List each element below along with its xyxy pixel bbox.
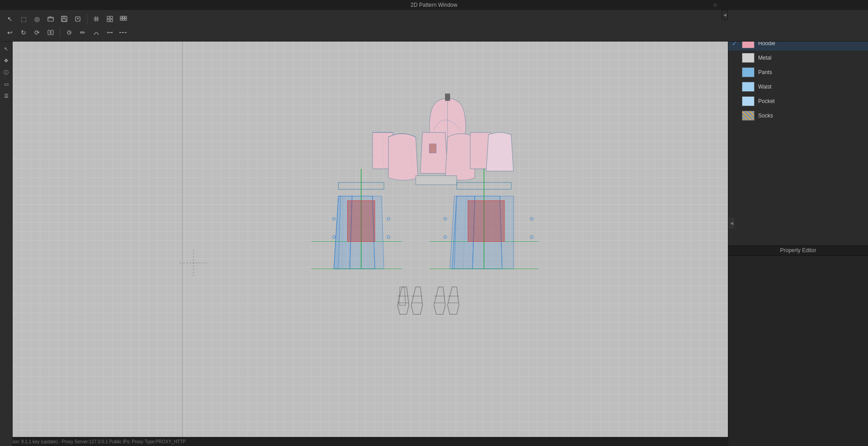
svg-rect-15 — [125, 16, 127, 18]
sidebar-select-tool[interactable]: ↖ — [1, 43, 12, 54]
socks-swatch — [742, 111, 755, 121]
open-btn[interactable] — [44, 13, 57, 25]
svg-rect-16 — [120, 19, 122, 20]
svg-rect-9 — [107, 16, 109, 19]
pocket-label: Pocket — [758, 98, 775, 104]
svg-point-42 — [387, 235, 390, 238]
waist-label: Waist — [758, 84, 772, 90]
svg-rect-19 — [48, 30, 50, 35]
svg-rect-31 — [445, 94, 450, 101]
sidebar-move-tool[interactable]: ✥ — [1, 55, 12, 66]
sidebar-layers-tool[interactable]: ☰ — [1, 90, 12, 101]
svg-rect-14 — [123, 16, 124, 18]
fabric-item-metal[interactable]: Metal — [728, 51, 868, 65]
toolbar-inner: ↖ ⬚ ◎ ↩ ↻ ⟳ — [4, 13, 130, 39]
property-editor-collapse-btn[interactable]: ◀ — [728, 218, 735, 229]
svg-rect-45 — [348, 201, 375, 242]
top-toolbar: ↖ ⬚ ◎ ↩ ↻ ⟳ — [0, 10, 868, 42]
title-collapse-btn[interactable]: ⊡ — [712, 0, 719, 10]
svg-rect-20 — [51, 30, 53, 35]
toolbar-top-row: ↖ ⬚ ◎ — [4, 13, 130, 25]
svg-rect-12 — [110, 19, 113, 22]
socks-label: Socks — [758, 113, 773, 119]
property-editor-header: ◀ Property Editor ⊡ — [728, 246, 868, 256]
svg-point-41 — [333, 235, 335, 238]
curve-btn[interactable] — [90, 26, 103, 39]
svg-rect-0 — [48, 17, 53, 21]
svg-rect-13 — [120, 16, 122, 18]
svg-rect-33 — [429, 144, 436, 153]
sidebar-rect-tool[interactable]: ▭ — [1, 79, 12, 89]
grid1-btn[interactable] — [90, 13, 103, 25]
pattern-svg — [13, 42, 728, 437]
arrow-tool-btn[interactable]: ↖ — [4, 13, 16, 25]
title-bar-label: 2D Pattern Window — [410, 2, 457, 8]
fabric-item-socks[interactable]: Socks — [728, 108, 868, 123]
svg-rect-11 — [107, 19, 109, 22]
status-text: Version: 8.1.1.key (update) - Proxy Serv… — [4, 439, 186, 444]
pocket-swatch — [742, 96, 755, 106]
svg-rect-17 — [123, 19, 124, 20]
metal-label: Metal — [758, 55, 771, 61]
svg-rect-34 — [416, 176, 457, 185]
grid3-btn[interactable] — [117, 13, 130, 25]
svg-point-40 — [387, 217, 390, 220]
property-editor: ◀ Property Editor ⊡ — [728, 245, 868, 446]
view-btn[interactable] — [63, 26, 75, 39]
pants-label: Pants — [758, 69, 772, 75]
save-btn[interactable] — [58, 13, 71, 25]
fabric-item-waist[interactable]: Waist — [728, 80, 868, 94]
fabric-item-pants[interactable]: Pants — [728, 65, 868, 80]
dash-btn[interactable] — [117, 26, 130, 39]
metal-swatch — [742, 53, 755, 63]
fabric-item-pocket[interactable]: Pocket — [728, 94, 868, 108]
rotate-btn[interactable]: ⟳ — [31, 26, 43, 39]
svg-rect-56 — [468, 201, 504, 242]
property-editor-title: Property Editor — [780, 247, 816, 254]
left-sidebar: ↖ ✥ ⓘ ▭ ☰ — [0, 42, 13, 446]
title-bar: 2D Pattern Window ⊡ — [0, 0, 868, 10]
redo-btn[interactable]: ↻ — [17, 26, 30, 39]
svg-point-53 — [530, 235, 533, 238]
toolbar-bottom-row: ↩ ↻ ⟳ ✏ — [4, 26, 130, 39]
export-btn[interactable] — [71, 13, 84, 25]
undo-btn[interactable]: ↩ — [4, 26, 16, 39]
rect-select-btn[interactable]: ⬚ — [17, 13, 30, 25]
right-panel-collapse-toggle[interactable]: ◀ — [722, 10, 728, 20]
pen-btn[interactable]: ✏ — [76, 26, 89, 39]
right-panel: Object Browser ⊡ Scene Fabric Button But… — [728, 0, 868, 446]
waist-swatch — [742, 82, 755, 92]
grid2-btn[interactable] — [104, 13, 116, 25]
svg-rect-3 — [62, 19, 66, 21]
pants-swatch — [742, 67, 755, 77]
lasso-btn[interactable]: ◎ — [31, 13, 43, 25]
sidebar-info-tool[interactable]: ⓘ — [1, 67, 12, 78]
svg-point-39 — [333, 217, 335, 220]
flip-btn[interactable] — [44, 26, 57, 39]
measure-btn[interactable] — [104, 26, 116, 39]
property-editor-content — [728, 256, 868, 446]
svg-point-52 — [530, 217, 533, 220]
toolbar-sep-1 — [87, 14, 87, 24]
status-bar: Version: 8.1.1.key (update) - Proxy Serv… — [0, 437, 728, 446]
fabric-list: ✓ Hoodie Metal Pants Waist Pocket — [728, 34, 868, 245]
svg-rect-18 — [125, 19, 127, 20]
svg-rect-10 — [110, 16, 113, 19]
toolbar-sep-2 — [60, 27, 60, 38]
svg-point-50 — [444, 217, 447, 220]
canvas-area[interactable] — [13, 42, 728, 437]
svg-point-51 — [444, 235, 447, 238]
